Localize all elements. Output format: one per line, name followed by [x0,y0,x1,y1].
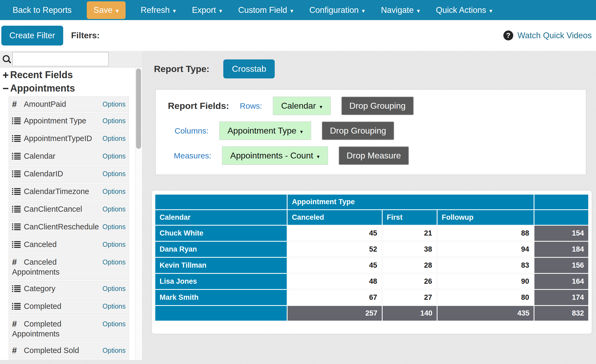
nav-item-configuration[interactable]: Configuration▾ [309,5,365,15]
field-label: Canceled [24,240,57,249]
search-input[interactable] [12,52,109,66]
sidebar-scrollbar[interactable] [135,67,141,360]
field-options-link[interactable]: Options [103,187,126,196]
nav-item-quick-actions[interactable]: Quick Actions▾ [436,5,492,15]
chevron-down-icon: ▾ [317,152,320,160]
report-fields-panel: Report Fields: Rows: Calendar ▾ Drop Gro… [155,89,586,175]
number-field-icon: # [12,257,24,267]
field-label: CanClientCancel [24,205,82,213]
field-options-link[interactable]: Options [103,240,126,249]
columns-grouping-dropdown[interactable]: Appointment Type ▾ [219,122,311,140]
field-list: Options#AmountPaidOptionsAppointment Typ… [9,96,129,360]
field-label: Category [24,284,55,293]
field-row-calendarid[interactable]: OptionsCalendarID [9,166,129,183]
nav-item-label: Configuration [309,5,359,15]
sidebar-search-bar [0,51,142,67]
field-label: Appointment Type [24,116,86,125]
corner-header-cell [155,195,287,209]
field-row-appointmenttypeid[interactable]: OptionsAppointmentTypeID [9,131,129,147]
scrollbar-thumb[interactable] [136,69,141,149]
field-options-link[interactable]: Options [103,301,126,311]
watch-quick-videos-label: Watch Quick Videos [518,31,592,40]
field-options-link[interactable]: Options [103,116,126,126]
field-row-canceled[interactable]: OptionsCanceled [9,237,129,253]
field-options-link[interactable]: Options [103,222,126,232]
data-cell: 27 [383,290,437,305]
create-filter-button[interactable]: Create Filter [1,26,63,46]
grand-total-cell: 832 [534,306,588,321]
measures-drop-target[interactable]: Drop Measure [339,146,409,165]
field-row-completed[interactable]: OptionsCompleted [9,298,129,315]
field-row-appointment-type[interactable]: OptionsAppointment Type [9,113,129,130]
filter-toolbar: Create Filter Filters: ? Watch Quick Vid… [0,20,596,51]
nav-item-refresh[interactable]: Refresh▾ [141,5,176,15]
expand-icon[interactable]: + [1,69,10,81]
chevron-down-icon: ▾ [290,6,293,14]
number-field-icon: # [12,99,24,109]
field-options-link[interactable]: Options [103,134,126,143]
nav-item-label: Custom Field [238,5,287,15]
nav-item-back-to-reports[interactable]: Back to Reports [13,5,72,15]
totals-row-header [155,306,287,321]
row-header-kevin-tillman: Kevin Tillman [155,258,287,273]
field-options-link[interactable]: Options [103,284,126,294]
nav-item-export[interactable]: Export▾ [192,5,222,15]
measures-dropdown[interactable]: Appointments - Count ▾ [222,146,328,165]
field-options-link[interactable]: Options [103,346,126,355]
data-cell: 48 [288,274,382,289]
chevron-down-icon: ▾ [489,6,492,14]
field-row-amountpaid[interactable]: Options#AmountPaid [9,96,129,112]
data-cell: 21 [383,226,437,241]
total-column-header [534,195,588,209]
sidebar-group-recent-fields[interactable]: + Recent Fields [1,69,142,81]
list-field-icon [12,301,24,312]
chevron-down-icon: ▾ [219,6,222,14]
report-type-label: Report Type: [154,64,209,74]
data-cell: 90 [437,274,534,289]
watch-quick-videos-link[interactable]: ? Watch Quick Videos [503,31,592,40]
table-row: Dana Ryan523894184 [155,242,588,257]
row-total-cell: 184 [534,242,588,257]
data-cell: 38 [383,242,437,257]
row-total-cell: 174 [534,290,588,305]
total-column-header [534,210,588,225]
field-row-completed-sold[interactable]: Options#Completed Sold [9,343,129,358]
rows-label: Rows: [240,101,262,111]
field-row-completed-appointments[interactable]: Options#Completed Appointments [9,316,129,342]
field-row-canclientreschedule[interactable]: OptionsCanClientReschedule [9,219,129,236]
list-field-icon [12,222,24,233]
row-dimension-header: Calendar [155,210,287,225]
field-row-canclientcancel[interactable]: OptionsCanClientCancel [9,201,129,218]
columns-drop-grouping-target[interactable]: Drop Grouping [322,122,394,140]
field-options-link[interactable]: Options [103,99,126,109]
row-header-lisa-jones: Lisa Jones [155,274,287,289]
list-field-icon [12,240,24,251]
crosstab-button[interactable]: Crosstab [223,59,275,78]
rows-drop-grouping-target[interactable]: Drop Grouping [341,97,414,115]
column-total-cell: 435 [437,306,534,321]
top-navbar: Back to ReportsSave▾Refresh▾Export▾Custo… [0,0,596,20]
table-row: Chuck White452188154 [155,226,588,241]
field-row-category[interactable]: OptionsCategory [9,281,129,298]
fields-sidebar: + Recent Fields − Appointments Options#A… [0,51,142,360]
field-options-link[interactable]: Options [103,319,126,329]
field-options-link[interactable]: Options [103,257,126,267]
rows-grouping-dropdown[interactable]: Calendar ▾ [273,97,331,115]
list-field-icon [12,151,24,162]
group-label: Appointments [10,82,75,94]
nav-item-custom-field[interactable]: Custom Field▾ [238,5,293,15]
field-row-calendartimezone[interactable]: OptionsCalendarTimezone [9,184,129,200]
field-options-link[interactable]: Options [103,151,126,161]
nav-item-navigate[interactable]: Navigate▾ [381,5,420,15]
nav-item-save[interactable]: Save▾ [87,1,126,19]
collapse-icon[interactable]: − [1,82,10,94]
field-options-link[interactable]: Options [103,204,126,214]
field-row-canceled-appointments[interactable]: Options#Canceled Appointments [9,254,129,280]
chevron-down-icon: ▾ [173,6,176,14]
nav-item-label: Back to Reports [13,5,72,15]
field-options-link[interactable]: Options [103,169,126,179]
sidebar-group-appointments[interactable]: − Appointments [1,82,142,94]
field-label: CalendarID [24,169,63,178]
chevron-down-icon: ▾ [116,6,119,14]
field-row-calendar[interactable]: OptionsCalendar [9,148,129,165]
